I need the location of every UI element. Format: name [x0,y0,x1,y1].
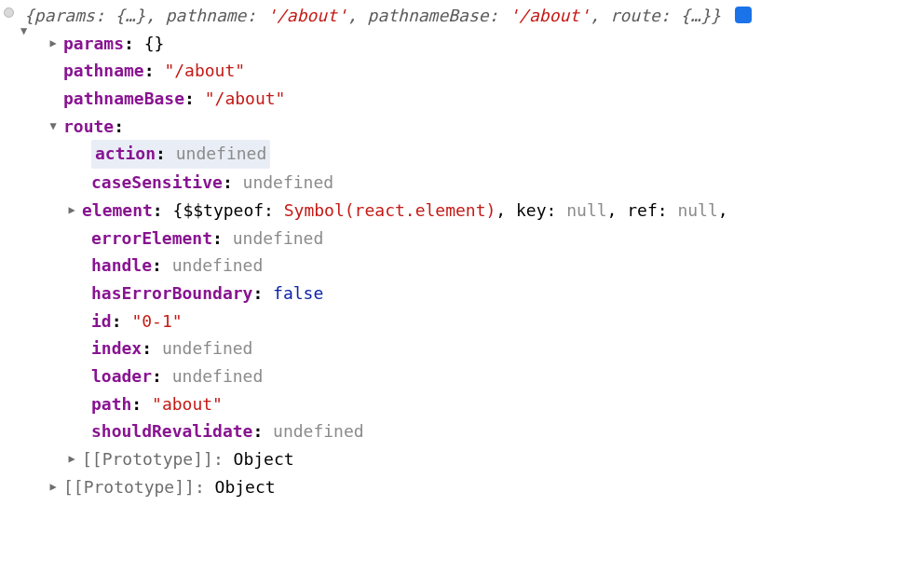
summary-key-pathnamebase: pathnameBase [368,6,489,25]
row-prototype-inner[interactable]: ▶[[Prototype]]: Object [2,445,924,473]
expand-arrow-route[interactable]: ▼ [47,117,60,136]
expand-arrow[interactable]: ▶ [47,34,60,53]
key-errorelement: errorElement [91,228,212,248]
val-casesensitive: undefined [243,172,334,192]
summary-close-brace: } [711,6,721,25]
val-element-null1: null [566,200,606,220]
val-element-null2: null [677,200,717,220]
key-loader: loader [91,366,152,386]
val-handle: undefined [172,255,264,275]
key-haserrorboundary: hasErrorBoundary [91,283,252,303]
summary-key-route: route [610,6,660,25]
key-handle: handle [91,255,152,275]
val-element-mid1: , key: [496,200,566,220]
val-path: "about" [152,394,223,414]
key-casesensitive: caseSensitive [91,172,223,192]
val-id: "0-1" [131,311,182,331]
val-element-mid2: , ref: [607,200,678,220]
val-element-end: , [718,200,728,220]
summary-val-pathnamebase: '/about' [509,6,590,25]
row-pathname[interactable]: ▶pathname: "/about" [2,57,924,85]
row-pathnamebase[interactable]: ▶pathnameBase: "/about" [2,85,924,113]
summary-val-pathname: '/about' [266,6,347,25]
expand-arrow-proto2[interactable]: ▶ [47,478,60,497]
val-pathnamebase: "/about" [205,89,286,108]
val-prototype1: Object [234,449,294,469]
summary-key-params: params [34,6,95,25]
val-errorelement: undefined [233,228,324,248]
row-prototype-outer[interactable]: ▶[[Prototype]]: Object [2,473,924,501]
row-element[interactable]: ▶element: {$$typeof: Symbol(react.elemen… [2,197,924,225]
row-errorelement[interactable]: errorElement: undefined [2,225,924,253]
key-id: id [91,311,112,331]
key-action: action [95,144,156,163]
key-prototype2: [[Prototype]] [63,477,195,497]
val-index: undefined [162,338,253,358]
val-prototype2: Object [215,477,276,497]
val-element-sym: Symbol(react.element) [284,200,496,220]
key-pathnamebase: pathnameBase [63,89,184,108]
row-action[interactable]: action: undefined [2,140,924,169]
val-pathname: "/about" [164,61,245,80]
row-shouldrevalidate[interactable]: shouldRevalidate: undefined [2,417,924,445]
summary-key-pathname: pathname [166,6,247,25]
val-params: {} [144,34,165,53]
row-path[interactable]: path: "about" [2,390,924,418]
row-id[interactable]: id: "0-1" [2,308,924,335]
key-params: params [63,34,124,53]
expand-arrow-main[interactable]: ▼ [20,22,27,41]
expand-arrow-element[interactable]: ▶ [65,201,78,220]
row-casesensitive[interactable]: caseSensitive: undefined [2,169,924,197]
key-path: path [91,394,131,414]
row-handle[interactable]: handle: undefined [2,252,924,280]
summary-val-route: {…} [681,6,712,25]
log-level-dot [4,7,14,18]
object-summary[interactable]: {params: {…}, pathname: '/about', pathna… [2,2,896,30]
key-pathname: pathname [63,61,144,80]
val-shouldrevalidate: undefined [273,421,364,441]
info-icon[interactable]: i [735,7,752,23]
expand-arrow-proto1[interactable]: ▶ [65,450,78,469]
val-element-pre: {$$typeof: [173,200,284,220]
key-shouldrevalidate: shouldRevalidate [91,421,252,441]
row-loader[interactable]: loader: undefined [2,362,924,390]
val-loader: undefined [172,366,264,386]
key-prototype1: [[Prototype]] [82,449,213,469]
key-route: route [63,116,114,136]
val-action: undefined [176,144,267,163]
row-params[interactable]: ▶params: {} [2,30,924,58]
row-index[interactable]: index: undefined [2,335,924,362]
row-route[interactable]: ▼route: [2,113,924,141]
key-index: index [91,338,142,358]
key-element: element [82,200,153,220]
val-haserrorboundary: false [273,283,323,303]
summary-val-params: {…} [116,6,146,25]
row-haserrorboundary[interactable]: hasErrorBoundary: false [2,280,924,308]
